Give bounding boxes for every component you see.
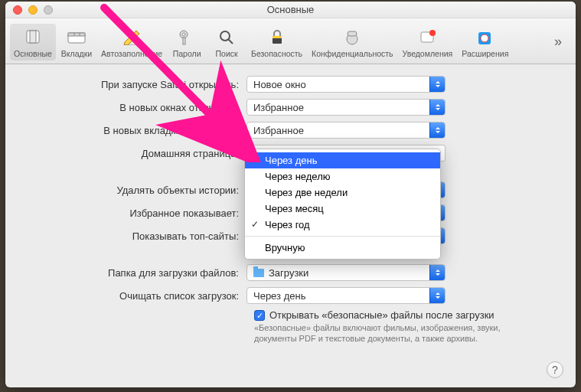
key-icon — [175, 26, 199, 47]
menu-item[interactable]: Через неделю — [245, 168, 440, 185]
tab-passwords[interactable]: Пароли — [168, 24, 206, 60]
svg-rect-10 — [183, 38, 185, 44]
tab-label: Вкладки — [61, 49, 92, 58]
tab-label: Пароли — [173, 49, 201, 58]
menu-item[interactable]: Через год — [245, 217, 440, 233]
tab-privacy[interactable]: Конфиденциальность — [308, 24, 397, 60]
new-windows-select[interactable]: Избранное — [246, 99, 446, 116]
chevron-updown-icon — [429, 100, 445, 115]
privacy-icon — [340, 26, 364, 47]
svg-rect-3 — [68, 33, 85, 36]
chevron-updown-icon — [429, 77, 445, 92]
new-tabs-select[interactable]: Избранное — [246, 122, 446, 139]
new-windows-label: В новых окнах открывать: — [21, 102, 246, 113]
menu-item[interactable]: Вручную — [245, 240, 440, 256]
favorites-shows-label: Избранное показывает: — [21, 207, 246, 219]
tab-autofill[interactable]: Автозаполнение — [97, 24, 166, 60]
svg-line-12 — [228, 39, 233, 44]
tab-tabs[interactable]: Вкладки — [57, 24, 96, 60]
notification-icon — [415, 26, 439, 47]
launch-select[interactable]: Новое окно — [246, 76, 446, 93]
topsites-label: Показывать топ-сайты: — [21, 230, 246, 242]
tab-extensions[interactable]: Расширения — [458, 24, 512, 60]
folder-icon — [253, 269, 264, 277]
tab-label: Безопасность — [251, 49, 302, 58]
select-value: Через день — [253, 290, 305, 302]
help-button[interactable]: ? — [547, 361, 563, 378]
menu-separator — [245, 236, 440, 237]
preferences-toolbar: Основные Вкладки Автозаполнение Пароли П… — [5, 18, 576, 64]
menu-item[interactable]: Через день — [245, 152, 440, 168]
svg-point-9 — [182, 33, 185, 36]
tab-general[interactable]: Основные — [10, 24, 56, 60]
homepage-label: Домашняя страница: — [21, 148, 246, 159]
tab-label: Расширения — [462, 49, 508, 58]
remove-history-label: Удалять объекты истории: — [21, 185, 246, 196]
tab-label: Поиск — [216, 49, 238, 58]
extensions-icon — [473, 26, 498, 47]
tab-label: Автозаполнение — [101, 49, 162, 58]
tabs-icon — [64, 26, 89, 47]
chevron-updown-icon — [429, 288, 445, 303]
new-tabs-label: В новых вкладках открывать: — [21, 125, 246, 136]
menu-item[interactable]: Через две недели — [245, 185, 440, 201]
svg-rect-16 — [348, 31, 357, 36]
menu-item[interactable]: Через месяц — [245, 201, 440, 217]
lock-icon — [265, 26, 289, 47]
svg-point-18 — [429, 30, 436, 36]
clear-downloads-select[interactable]: Через день — [246, 287, 446, 304]
tab-label: Конфиденциальность — [312, 49, 393, 58]
tab-label: Основные — [14, 49, 52, 58]
titlebar: Основные — [5, 2, 576, 18]
open-safe-files-label: Открывать «безопасные» файлы после загру… — [269, 309, 495, 321]
open-safe-files-checkbox[interactable] — [254, 310, 265, 321]
preferences-window: Основные Основные Вкладки Автозаполнение… — [5, 2, 576, 387]
tab-notifications[interactable]: Уведомления — [399, 24, 457, 60]
tab-search[interactable]: Поиск — [207, 24, 246, 60]
download-folder-select[interactable]: Загрузки — [246, 264, 446, 281]
svg-rect-14 — [273, 36, 282, 38]
select-value: Избранное — [253, 102, 304, 113]
chevron-updown-icon — [429, 122, 445, 138]
svg-marker-6 — [124, 31, 139, 45]
tab-label: Уведомления — [403, 49, 453, 58]
window-title: Основные — [5, 4, 576, 15]
search-icon — [214, 26, 239, 47]
clear-downloads-label: Очищать список загрузок: — [21, 290, 246, 302]
select-value: Избранное — [253, 125, 304, 136]
general-icon — [21, 26, 45, 47]
toolbar-overflow[interactable]: » — [550, 34, 571, 60]
tab-security[interactable]: Безопасность — [247, 24, 306, 60]
remove-history-menu: Через день Через неделю Через две недели… — [244, 149, 441, 260]
launch-label: При запуске Safari открывать: — [21, 79, 246, 90]
pencil-icon — [119, 26, 144, 47]
select-value: Загрузки — [253, 267, 308, 279]
svg-rect-1 — [30, 31, 36, 43]
select-value: Новое окно — [253, 79, 306, 90]
chevron-updown-icon — [429, 265, 445, 280]
open-safe-files-description: «Безопасные» файлы включают фильмы, изоб… — [254, 322, 507, 345]
download-folder-label: Папка для загрузки файлов: — [21, 267, 246, 279]
